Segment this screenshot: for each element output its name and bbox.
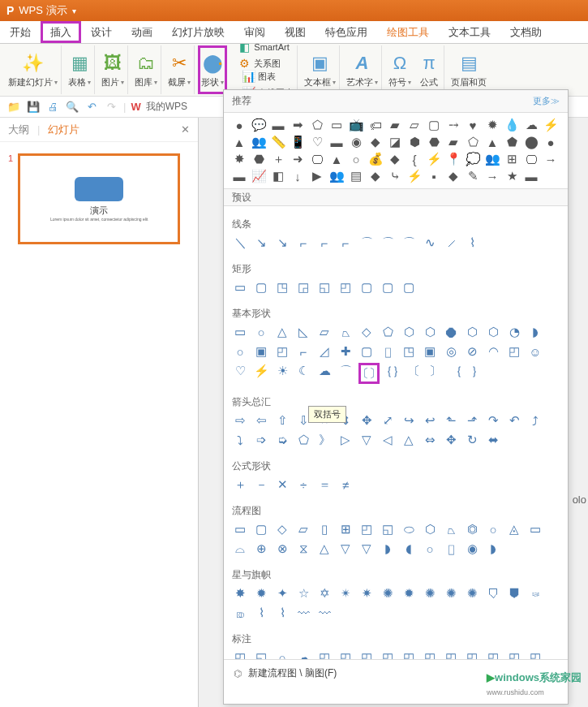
no-symbol-icon[interactable]: ⊘ bbox=[464, 343, 480, 360]
donut-outline-icon[interactable]: ◎ bbox=[443, 343, 459, 360]
callout-accent2-icon[interactable]: ◰ bbox=[422, 649, 438, 659]
chord-icon[interactable]: ◗ bbox=[527, 324, 543, 340]
flag-solid-icon[interactable]: ▶ bbox=[310, 169, 324, 183]
callout-accent4-icon[interactable]: ◰ bbox=[464, 649, 480, 659]
line-icon[interactable]: ＼ bbox=[232, 235, 248, 251]
arrow-quad-icon[interactable]: ✥ bbox=[358, 412, 375, 429]
arrow-uturn-icon[interactable]: ↩ bbox=[422, 412, 438, 429]
arrow-striped-icon[interactable]: ➩ bbox=[253, 432, 269, 448]
bevel-icon[interactable]: ▣ bbox=[422, 343, 438, 360]
tab-start[interactable]: 开始 bbox=[0, 21, 41, 43]
can-icon[interactable]: ⌷ bbox=[380, 343, 396, 360]
callout-cloud-icon[interactable]: ☁ bbox=[295, 649, 311, 659]
ribbon-up-icon[interactable]: ⛉ bbox=[485, 585, 501, 601]
right-triangle-icon[interactable]: ◺ bbox=[295, 324, 311, 340]
pin-icon[interactable]: 📍 bbox=[446, 152, 461, 166]
star4-icon[interactable]: ✦ bbox=[274, 585, 290, 601]
lightning-small-icon[interactable]: ⚡ bbox=[407, 169, 422, 183]
shape-misc-icon[interactable]: ▲ bbox=[485, 135, 500, 149]
parallelogram-icon[interactable]: ▱ bbox=[407, 118, 422, 132]
triangle-up-icon[interactable]: ▲ bbox=[232, 135, 247, 149]
fc-delay-icon[interactable]: ◖ bbox=[401, 541, 417, 557]
arrow-curve-icon[interactable]: → bbox=[485, 169, 500, 183]
ribbon-chart[interactable]: 📊图表 bbox=[242, 70, 294, 83]
arrow-circular-icon[interactable]: ↻ bbox=[464, 432, 480, 448]
rounded-rect-icon[interactable]: ▬ bbox=[271, 118, 285, 132]
fc-alt-process-icon[interactable]: ▢ bbox=[253, 521, 269, 537]
diamond-small-icon[interactable]: ◆ bbox=[368, 169, 383, 183]
callout-border3-icon[interactable]: ◰ bbox=[527, 649, 543, 659]
arrow-curved-up-icon[interactable]: ⤴ bbox=[527, 412, 543, 429]
panel-tab-slides[interactable]: 幻灯片 bbox=[48, 123, 79, 137]
diamond-outline-icon[interactable]: ◇ bbox=[358, 324, 375, 340]
lightning-outline-icon[interactable]: ⚡ bbox=[253, 363, 269, 379]
slide-thumbnail[interactable]: 演示 Lorem ipsum dolor sit amet, consectet… bbox=[18, 153, 180, 244]
banner-wide-icon[interactable]: ▬ bbox=[232, 169, 247, 183]
fc-card-icon[interactable]: ▭ bbox=[527, 521, 543, 537]
callout-line1-icon[interactable]: ◰ bbox=[316, 649, 333, 659]
tv-icon[interactable]: 📺 bbox=[349, 118, 363, 132]
eq-divide-icon[interactable]: ÷ bbox=[295, 476, 311, 493]
ribbon-curved-down-icon[interactable]: ⎄ bbox=[232, 605, 248, 621]
triangle-solid-icon[interactable]: ▲ bbox=[329, 152, 344, 166]
diamond-wide-icon[interactable]: ◆ bbox=[446, 169, 461, 183]
sun-icon[interactable]: ☀ bbox=[274, 363, 290, 379]
explosion2-icon[interactable]: ✹ bbox=[253, 585, 269, 601]
round-one-icon[interactable]: ◰ bbox=[337, 279, 354, 295]
shape-misc-icon[interactable]: ● bbox=[543, 135, 558, 149]
fc-or-icon[interactable]: ⊗ bbox=[274, 541, 290, 557]
fc-extract-icon[interactable]: ▽ bbox=[337, 541, 354, 557]
tab-view[interactable]: 视图 bbox=[275, 21, 315, 43]
plus-box-icon[interactable]: ⊞ bbox=[504, 152, 519, 166]
arrow-left-up-icon[interactable]: ⬑ bbox=[443, 412, 459, 429]
fc-direct-access-icon[interactable]: ◉ bbox=[464, 541, 480, 557]
isoceles-triangle-icon[interactable]: △ bbox=[274, 324, 290, 340]
line-double-arrow-icon[interactable]: ↘ bbox=[274, 235, 290, 251]
folded-corner-icon[interactable]: ◰ bbox=[506, 343, 522, 360]
right-bracket-icon[interactable]: 〕 bbox=[427, 363, 443, 379]
arrow-curved-down-icon[interactable]: ⤵ bbox=[232, 432, 248, 448]
tab-text-tools[interactable]: 文本工具 bbox=[439, 21, 500, 43]
arrow-bent-icon[interactable]: ↪ bbox=[401, 412, 417, 429]
heptagon-icon[interactable]: ⬡ bbox=[422, 324, 438, 340]
frame-icon[interactable]: ▢ bbox=[427, 118, 441, 132]
heart-outline-icon[interactable]: ♡ bbox=[310, 135, 324, 149]
arrow-right-icon[interactable]: ➡ bbox=[290, 118, 305, 132]
rounded-pill-icon[interactable]: ▬ bbox=[524, 169, 539, 183]
screen-icon[interactable]: 🖵 bbox=[310, 152, 324, 166]
callout-line2-icon[interactable]: ◰ bbox=[337, 649, 354, 659]
tag-icon[interactable]: 🏷 bbox=[368, 118, 383, 132]
scroll-horiz-icon[interactable]: ⌇ bbox=[274, 605, 290, 621]
fc-data-icon[interactable]: ▱ bbox=[295, 521, 311, 537]
arrow-chevron-icon[interactable]: 》 bbox=[316, 432, 333, 448]
snip-diag-icon[interactable]: ◱ bbox=[316, 279, 333, 295]
star32-icon[interactable]: ✺ bbox=[464, 585, 480, 601]
rectangle-icon[interactable]: ▭ bbox=[232, 279, 248, 295]
elbow-arrow-icon[interactable]: ⌐ bbox=[316, 235, 333, 251]
fc-display-icon[interactable]: ◗ bbox=[485, 541, 501, 557]
round-all-icon[interactable]: ▢ bbox=[401, 279, 417, 295]
callout-rect-outline-icon[interactable]: ◰ bbox=[232, 649, 248, 659]
shape-misc-icon[interactable]: ⬤ bbox=[524, 135, 539, 149]
arrow-up-outline-icon[interactable]: ⇧ bbox=[274, 412, 290, 429]
octagon-icon[interactable]: ⯃ bbox=[443, 324, 459, 340]
layers-icon[interactable]: ▤ bbox=[349, 169, 363, 183]
star7-icon[interactable]: ✴ bbox=[337, 585, 354, 601]
fc-manual-input-icon[interactable]: ⏢ bbox=[443, 521, 459, 537]
ribbon-table[interactable]: ▦ 表格▾ bbox=[65, 45, 95, 94]
ribbon-wordart[interactable]: A 艺术字▾ bbox=[343, 45, 382, 94]
lightning-icon[interactable]: ⚡ bbox=[543, 118, 558, 132]
arrow-callout-lr-icon[interactable]: ⇔ bbox=[422, 432, 438, 448]
fc-stored-data-icon[interactable]: ◗ bbox=[380, 541, 396, 557]
fc-decision-icon[interactable]: ◇ bbox=[274, 521, 290, 537]
arrow-right-outline-icon[interactable]: ⇨ bbox=[232, 412, 248, 429]
fc-sort-icon[interactable]: △ bbox=[316, 541, 333, 557]
arrow-left-outline-icon[interactable]: ⇦ bbox=[253, 412, 269, 429]
scribble-icon[interactable]: ⌇ bbox=[464, 235, 480, 251]
ribbon-down-icon[interactable]: ⛊ bbox=[506, 585, 522, 601]
curve-arrow-icon[interactable]: ⌒ bbox=[380, 235, 396, 251]
tab-draw-tools[interactable]: 绘图工具 bbox=[377, 21, 439, 43]
plus-thin-icon[interactable]: ＋ bbox=[271, 152, 285, 166]
half-frame-icon[interactable]: ◰ bbox=[274, 343, 290, 360]
explosion1-icon[interactable]: ✸ bbox=[232, 585, 248, 601]
